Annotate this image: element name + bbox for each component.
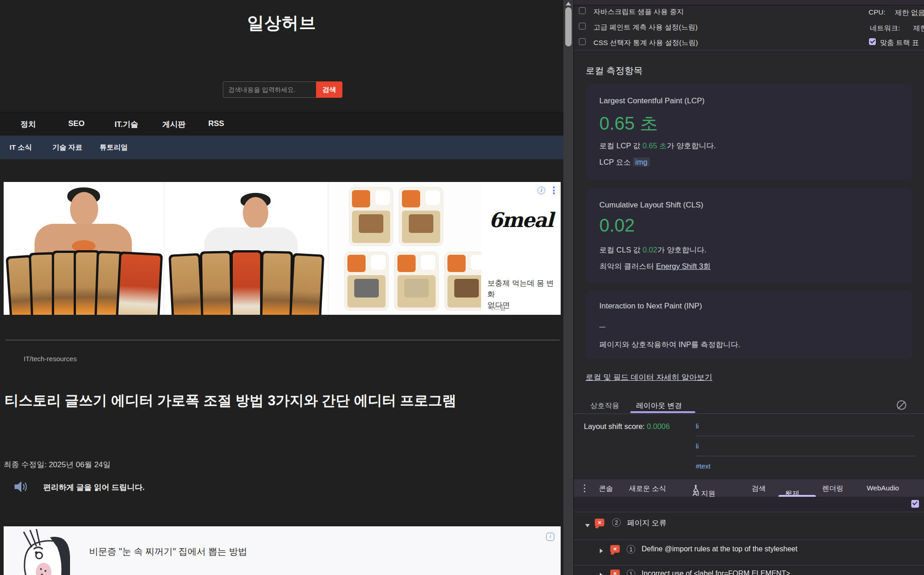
- blog-page: 일상허브 검색 정치 SEO IT.기술 게시판 RSS IT 소식 기술 자료…: [0, 0, 563, 575]
- divider: [574, 540, 924, 540]
- layout-shift-score: Layout shift score: 0.0006: [584, 422, 670, 431]
- nav-item-board[interactable]: 게시판: [162, 119, 186, 130]
- lcp-card: Largest Contentful Paint (LCP) 0.65 초 로컬…: [586, 85, 913, 180]
- divider: [696, 436, 915, 436]
- nav-item-it-tech[interactable]: IT.기술: [115, 119, 138, 130]
- checkbox-disable-js-samples[interactable]: [579, 7, 586, 14]
- collapse-arrow-icon[interactable]: [600, 549, 603, 553]
- ad-text-panel: i 6meal 보충제 먹는데 몸 변화 없다면 식스밀: [481, 182, 561, 315]
- ad-info-icon[interactable]: i: [537, 187, 545, 194]
- subnav-item-tech-data[interactable]: 기술 자료: [52, 143, 82, 152]
- label-custom-tracks: 맞춤 트랙 표: [880, 38, 919, 48]
- divider: [5, 340, 560, 340]
- drawer-tab-whats-new[interactable]: 새로운 소식: [629, 484, 666, 494]
- inp-card: Interaction to Next Paint (INP) – 페이지와 상…: [586, 291, 913, 359]
- experiment-flask-icon: [693, 485, 699, 492]
- sub-nav: IT 소식 기술 자료 튜토리얼: [0, 136, 563, 159]
- lcp-description: 로컬 LCP 값 0.65 초가 양호합니다.: [599, 141, 716, 151]
- scrollbar-up-arrow[interactable]: [566, 2, 571, 5]
- speaker-icon[interactable]: [14, 480, 29, 493]
- search-button[interactable]: 검색: [316, 81, 342, 98]
- ad-choices-icon[interactable]: [553, 187, 555, 194]
- lcp-element-link[interactable]: img: [633, 157, 650, 166]
- cls-description: 로컬 CLS 값 0.02가 양호합니다.: [599, 245, 707, 255]
- clear-log-icon[interactable]: [897, 400, 906, 410]
- drawer-tab-console[interactable]: 콘솔: [599, 484, 613, 494]
- cls-card: Cumulative Layout Shift (CLS) 0.02 로컬 CL…: [586, 189, 913, 283]
- drawer-tab-ai-assist[interactable]: AI 지원: [693, 484, 699, 493]
- issue-item-title[interactable]: Define @import rules at the top of the s…: [642, 545, 798, 553]
- cls-worst-cluster-link[interactable]: Energy Shift 3회: [656, 262, 711, 270]
- tab-layout-shifts[interactable]: 레이아웃 변경: [636, 401, 682, 411]
- devtools-panel: 자바스크립트 샘플 사용 중지 고급 페인트 계측 사용 설정(느림) CSS …: [573, 0, 924, 575]
- drawer-tab-webaudio[interactable]: WebAudio: [867, 484, 899, 492]
- modified-date: 최종 수정일: 2025년 06월 24일: [4, 459, 110, 470]
- shifted-node-link[interactable]: #text: [696, 462, 711, 470]
- nav-item-seo[interactable]: SEO: [68, 119, 85, 128]
- adfit-info-icon[interactable]: i: [546, 533, 554, 541]
- issue-count-badge: 1: [627, 570, 635, 575]
- inp-value: –: [599, 320, 605, 333]
- drawer-tab-search[interactable]: 검색: [752, 484, 766, 494]
- nav-item-politics[interactable]: 정치: [20, 119, 36, 130]
- checkbox-css-selector-stats[interactable]: [579, 38, 586, 45]
- subnav-item-it-news[interactable]: IT 소식: [10, 143, 32, 152]
- article-category[interactable]: IT/tech-resources: [24, 355, 77, 363]
- shifted-node-link[interactable]: li: [696, 422, 699, 430]
- devtools-top-toolbar-clipped: [574, 0, 924, 5]
- inp-description: 페이지와 상호작용하여 INP를 측정합니다.: [599, 340, 740, 350]
- issue-count-badge: 2: [612, 518, 621, 527]
- cpu-throttle-label: CPU:: [869, 8, 885, 16]
- network-throttle-label: 네트워크:: [870, 24, 900, 33]
- page-error-icon: ×: [610, 570, 620, 575]
- nav-item-rss[interactable]: RSS: [208, 119, 224, 128]
- issue-group-title[interactable]: 페이지 오류: [627, 518, 667, 528]
- related-card-title: 비문증 "눈 속 찌꺼기" 집에서 뽑는 방법: [89, 545, 247, 558]
- ad-photo-man-trays-2: [164, 182, 328, 315]
- expand-arrow-icon[interactable]: [585, 524, 590, 527]
- related-card[interactable]: 비문증 "눈 속 찌꺼기" 집에서 뽑는 방법 i: [4, 526, 561, 575]
- checkbox-advanced-paint[interactable]: [579, 23, 586, 30]
- local-metrics-heading: 로컬 측정항목: [586, 65, 643, 77]
- cpu-throttle-value[interactable]: 제한 없음: [895, 8, 924, 18]
- label-advanced-paint: 고급 페인트 계측 사용 설정(느림): [593, 23, 698, 32]
- shifted-node-link[interactable]: li: [696, 442, 699, 450]
- label-css-selector-stats: CSS 선택자 통계 사용 설정(느림): [593, 38, 698, 48]
- cls-value: 0.02: [599, 215, 635, 236]
- learn-more-link[interactable]: 로컬 및 필드 데이터 자세히 알아보기: [586, 372, 713, 383]
- page-error-icon: ×: [595, 519, 604, 527]
- ad-logo: 6meal: [481, 208, 561, 232]
- main-nav: 정치 SEO IT.기술 게시판 RSS: [0, 112, 563, 136]
- active-tab-underline: [630, 411, 695, 413]
- drawer-toolbar: 콘솔 새로운 소식 AI 지원 검색 문제 × 렌더링 WebAudio: [574, 479, 924, 497]
- ad-advertiser: 식스밀: [487, 304, 506, 312]
- collapse-arrow-icon[interactable]: [600, 573, 603, 575]
- divider: [574, 50, 924, 50]
- network-throttle-value[interactable]: 제한 없음: [913, 24, 924, 33]
- ad-photo-man-trays-1: [4, 182, 164, 315]
- tab-interactions[interactable]: 상호작용: [590, 401, 619, 411]
- divider: [574, 414, 924, 414]
- more-tools-icon[interactable]: [584, 484, 585, 492]
- issues-filter-checkbox[interactable]: [911, 500, 919, 508]
- page-scrollbar[interactable]: [563, 0, 573, 575]
- label-disable-js-samples: 자바스크립트 샘플 사용 중지: [593, 7, 684, 17]
- lcp-title: Largest Contentful Paint (LCP): [599, 96, 705, 106]
- divider: [696, 456, 915, 456]
- lcp-element-row: LCP 요소 img: [599, 157, 650, 167]
- ad-banner[interactable]: i 6meal 보충제 먹는데 몸 변화 없다면 식스밀: [4, 182, 561, 315]
- search-input[interactable]: [223, 81, 316, 98]
- divider: [574, 565, 924, 565]
- eye-doodle-illustration: [10, 529, 78, 575]
- tts-label: 편리하게 글을 읽어 드립니다.: [43, 482, 145, 493]
- subnav-item-tutorial[interactable]: 튜토리얼: [100, 143, 128, 152]
- scrollbar-thumb[interactable]: [565, 7, 572, 46]
- issue-count-badge: 1: [627, 545, 635, 554]
- site-title[interactable]: 일상허브: [0, 12, 563, 35]
- issues-filter-row: [574, 497, 924, 512]
- cls-title: Cumulative Layout Shift (CLS): [599, 201, 703, 210]
- drawer-tab-rendering[interactable]: 렌더링: [822, 484, 844, 494]
- issue-item-title[interactable]: Incorrect use of <label for=FORM ELEMENT…: [642, 570, 790, 575]
- checkbox-custom-tracks[interactable]: [869, 38, 876, 45]
- article-title: 티스토리 글쓰기 에디터 가로폭 조절 방법 3가지와 간단 에디터 프로그램: [5, 391, 527, 410]
